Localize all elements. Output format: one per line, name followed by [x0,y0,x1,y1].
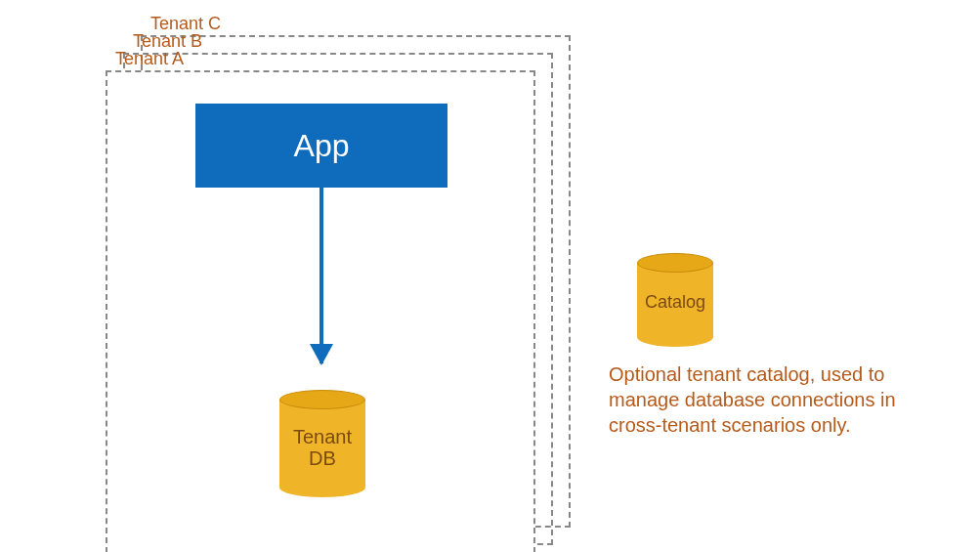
catalog-db-node: Catalog [637,253,713,347]
tenant-a-label: Tenant A [115,49,184,69]
cylinder-icon: Tenant DB [279,390,365,497]
catalog-db-label: Catalog [645,293,705,313]
tenant-db-label: Tenant DB [293,426,352,469]
catalog-description: Optional tenant catalog, used to manage … [609,361,935,438]
app-to-db-arrow [320,188,323,363]
diagram-canvas: Tenant C Tenant B Tenant A App Tenant DB… [0,0,980,552]
app-label: App [294,128,350,164]
tenant-db-node: Tenant DB [279,390,365,497]
app-node: App [195,104,447,188]
cylinder-icon: Catalog [637,253,713,347]
